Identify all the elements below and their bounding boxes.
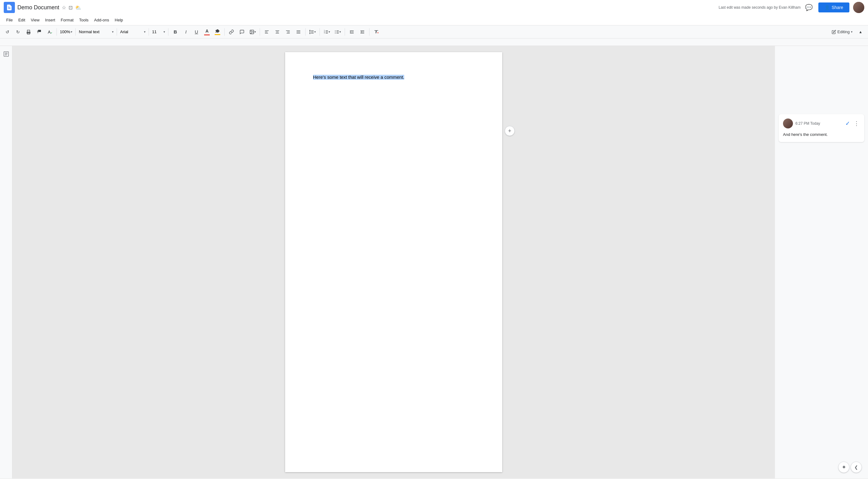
svg-point-32 <box>335 30 336 31</box>
toolbar-collapse-button[interactable]: ▲ <box>856 27 866 37</box>
clear-format-button[interactable] <box>371 27 381 37</box>
indent-increase-button[interactable] <box>358 27 367 37</box>
svg-text:3: 3 <box>324 32 325 34</box>
toolbar: ↺ ↻ 100% ▾ Normal text ▾ Arial ▾ 11 ▾ B … <box>0 25 868 38</box>
align-center-button[interactable] <box>272 27 282 37</box>
google-docs-icon <box>4 2 15 13</box>
spell-check-button[interactable] <box>45 27 55 37</box>
undo-button[interactable]: ↺ <box>2 27 12 37</box>
menu-insert[interactable]: Insert <box>42 17 58 24</box>
bottom-collapse-button[interactable]: ❮ <box>850 461 862 473</box>
comment-panel: 6:27 PM Today ✓ ⋮ And here's the comment… <box>775 46 868 478</box>
redo-button[interactable]: ↻ <box>13 27 23 37</box>
menu-bar: File Edit View Insert Format Tools Add-o… <box>0 15 868 25</box>
underline-button[interactable]: U <box>191 27 202 37</box>
menu-edit[interactable]: Edit <box>16 17 28 24</box>
insert-comment-toolbar-button[interactable] <box>237 27 247 37</box>
page-area: Here's some text that will receive a com… <box>12 46 775 478</box>
font-size-dropdown[interactable]: 11 ▾ <box>151 29 166 35</box>
align-justify-button[interactable] <box>293 27 303 37</box>
menu-view[interactable]: View <box>28 17 42 24</box>
link-button[interactable] <box>226 27 237 37</box>
print-button[interactable] <box>24 27 33 37</box>
font-style-dropdown[interactable]: Normal text ▾ <box>78 29 115 35</box>
comment-timestamp: 6:27 PM Today <box>796 121 842 126</box>
document-page[interactable]: Here's some text that will receive a com… <box>285 52 502 472</box>
comment-author-avatar <box>783 119 793 128</box>
comment-card: 6:27 PM Today ✓ ⋮ And here's the comment… <box>779 114 864 142</box>
share-icon: 👤 <box>825 5 830 10</box>
zoom-control[interactable]: 100% ▾ <box>59 29 73 35</box>
document-title[interactable]: Demo Document <box>18 4 59 11</box>
cloud-icon[interactable]: ⛅ <box>75 5 81 10</box>
menu-tools[interactable]: Tools <box>76 17 91 24</box>
text-color-button[interactable]: A <box>202 27 212 37</box>
selected-text[interactable]: Here's some text that will receive a com… <box>313 75 404 80</box>
line-spacing-button[interactable]: ▾ <box>307 27 318 37</box>
outline-button[interactable] <box>1 49 11 60</box>
add-comment-button[interactable]: + <box>505 126 515 136</box>
italic-button[interactable]: I <box>181 27 191 37</box>
last-edit-status: Last edit was made seconds ago by Evan K… <box>718 5 800 10</box>
ruler <box>0 38 868 46</box>
editing-mode-label: Editing <box>837 29 850 34</box>
svg-point-34 <box>335 33 336 33</box>
insert-image-button[interactable]: ▾ <box>248 27 258 37</box>
bottom-add-button[interactable]: ✦ <box>838 461 849 473</box>
menu-addons[interactable]: Add-ons <box>92 17 112 24</box>
bold-button[interactable]: B <box>170 27 180 37</box>
align-left-button[interactable] <box>262 27 272 37</box>
star-icon[interactable]: ☆ <box>62 5 66 10</box>
menu-help[interactable]: Help <box>112 17 126 24</box>
user-avatar[interactable] <box>853 2 864 13</box>
font-name-dropdown[interactable]: Arial ▾ <box>119 29 147 35</box>
svg-point-33 <box>335 32 336 32</box>
share-button[interactable]: 👤 Share <box>818 2 849 12</box>
comment-more-button[interactable]: ⋮ <box>853 119 860 127</box>
svg-rect-3 <box>27 33 30 34</box>
svg-point-6 <box>251 31 252 31</box>
paint-format-button[interactable] <box>34 27 44 37</box>
numbered-list-button[interactable]: 123 ▾ <box>322 27 332 37</box>
menu-file[interactable]: File <box>4 17 15 24</box>
resolve-comment-button[interactable]: ✓ <box>845 119 850 127</box>
editing-mode-selector[interactable]: Editing ▾ <box>829 28 855 35</box>
align-right-button[interactable] <box>283 27 293 37</box>
indent-decrease-button[interactable] <box>347 27 357 37</box>
folder-icon[interactable]: ⊡ <box>68 5 72 10</box>
menu-format[interactable]: Format <box>58 17 76 24</box>
comments-button[interactable]: 💬 <box>803 2 815 13</box>
bulleted-list-button[interactable]: ▾ <box>333 27 343 37</box>
comment-text: And here's the comment. <box>783 131 860 138</box>
highlight-button[interactable] <box>213 27 222 37</box>
